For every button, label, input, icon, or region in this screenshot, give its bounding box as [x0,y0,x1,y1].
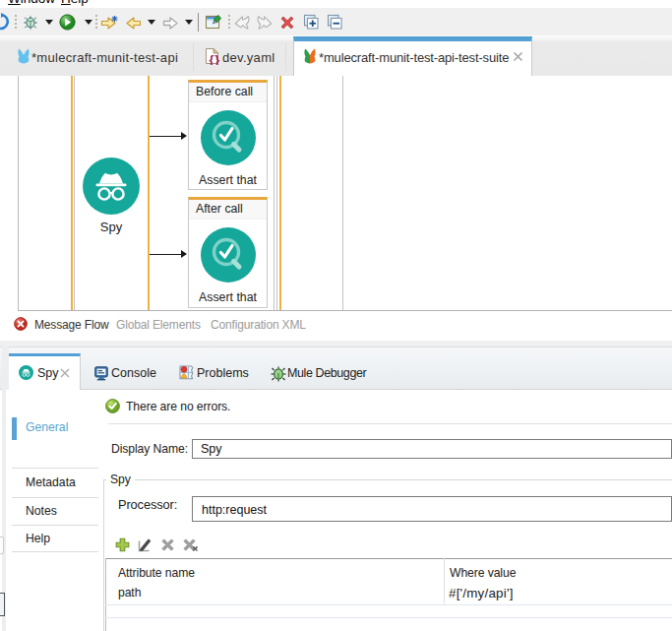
svg-text:}: } [214,53,219,66]
svg-text:{: { [210,53,214,66]
